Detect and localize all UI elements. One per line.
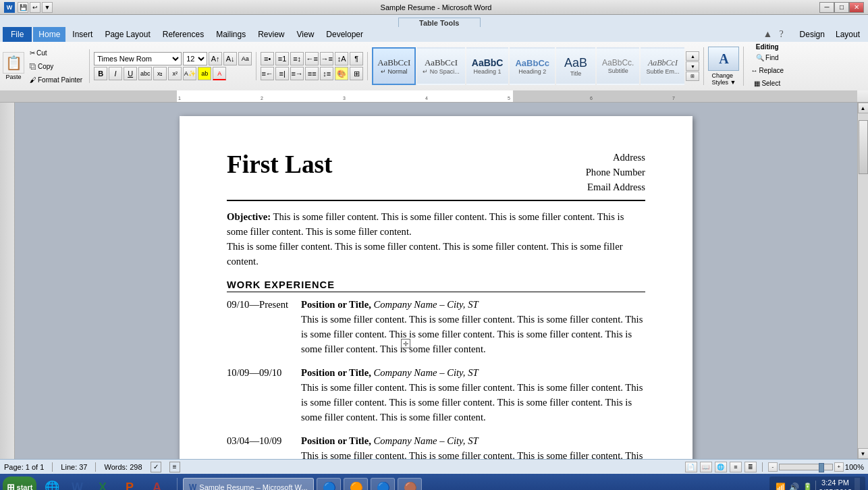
taskbar-app-3[interactable]: 🟠 xyxy=(344,478,368,490)
taskbar-app-4[interactable]: 🔵 xyxy=(371,478,395,490)
volume-icon[interactable]: 🔊 xyxy=(788,482,799,490)
select-btn[interactable]: ▦Select xyxy=(751,77,783,89)
strikethrough-btn[interactable]: abc xyxy=(138,67,152,80)
font-family-select[interactable]: Times New Rom xyxy=(94,52,182,65)
show-formatting-btn[interactable]: ¶ xyxy=(350,52,363,65)
multilevel-btn[interactable]: ≡↕ xyxy=(290,52,304,65)
decrease-indent-btn[interactable]: ←≡ xyxy=(305,52,319,65)
align-center-btn[interactable]: ≡| xyxy=(275,67,289,80)
scroll-track[interactable] xyxy=(858,113,868,448)
font-row-1: Times New Rom 12 A↑ A↓ Aa xyxy=(94,52,252,65)
subscript-btn[interactable]: x₂ xyxy=(153,67,167,80)
minimize-btn[interactable]: ─ xyxy=(819,2,834,13)
scroll-down-btn[interactable]: ▼ xyxy=(858,448,869,459)
sort-btn[interactable]: ↕A xyxy=(335,52,348,65)
taskbar-word-icon[interactable]: W xyxy=(66,478,90,490)
quick-menu-btn[interactable]: ▼ xyxy=(42,2,53,13)
document-area[interactable]: ✛ First Last Address Phone Number Email … xyxy=(15,103,857,459)
style-subtle-em[interactable]: AaBbCcI Subtle Em... xyxy=(641,47,684,85)
scroll-up-btn[interactable]: ▲ xyxy=(858,103,869,113)
show-desktop-btn[interactable] xyxy=(855,478,860,490)
address-line: Address xyxy=(586,150,645,165)
superscript-btn[interactable]: x² xyxy=(168,67,182,80)
proofing-btn[interactable]: ✓ xyxy=(151,462,161,472)
format-painter-btn[interactable]: 🖌Format Painter xyxy=(27,74,85,86)
bullets-btn[interactable]: ≡• xyxy=(261,52,274,65)
borders-btn[interactable]: ⊞ xyxy=(350,67,363,80)
insert-menu[interactable]: Insert xyxy=(67,27,98,42)
change-styles-label[interactable]: ChangeStyles ▼ xyxy=(711,72,736,86)
highlight-btn[interactable]: ab xyxy=(198,67,211,80)
work-entry-1: 09/10—Present Position or Title, Company… xyxy=(227,299,645,356)
style-heading2[interactable]: AaBbCc Heading 2 xyxy=(510,47,555,85)
taskbar-word-window[interactable]: W Sample Resume – Microsoft W... xyxy=(183,478,314,490)
maximize-btn[interactable]: □ xyxy=(834,2,849,13)
align-left-btn[interactable]: ≡← xyxy=(261,67,274,80)
style-normal[interactable]: AaBbCcI ↵ Normal xyxy=(372,47,416,85)
numbering-btn[interactable]: ≡1 xyxy=(275,52,289,65)
styles-up-btn[interactable]: ▲ xyxy=(686,51,699,61)
draft-btn[interactable]: ≣ xyxy=(744,462,757,472)
quick-undo-btn[interactable]: ↩ xyxy=(30,2,40,13)
justify-btn[interactable]: ≡≡ xyxy=(305,67,319,80)
file-menu[interactable]: File xyxy=(3,27,32,42)
zoom-thumb[interactable] xyxy=(819,463,824,472)
line-spacing-btn[interactable]: ↕≡ xyxy=(320,67,333,80)
styles-more-btn[interactable]: ⊞ xyxy=(686,72,699,81)
start-button[interactable]: ⊞ start xyxy=(3,477,36,490)
close-btn[interactable]: ✕ xyxy=(849,2,864,13)
full-reading-btn[interactable]: 📖 xyxy=(700,462,712,472)
design-tab[interactable]: Design xyxy=(794,28,830,40)
clear-formatting-btn[interactable]: Aa xyxy=(238,52,252,65)
font-color-btn[interactable]: A xyxy=(213,67,226,80)
style-title[interactable]: AaB Title xyxy=(556,47,595,85)
scroll-thumb[interactable] xyxy=(859,120,868,174)
shading-btn[interactable]: 🎨 xyxy=(335,67,348,80)
align-right-btn[interactable]: ≡→ xyxy=(290,67,304,80)
review-menu[interactable]: Review xyxy=(252,27,290,42)
home-menu[interactable]: Home xyxy=(33,27,65,42)
quick-save-btn[interactable]: 💾 xyxy=(18,2,28,13)
page-layout-menu[interactable]: Page Layout xyxy=(99,27,155,42)
text-effects-btn[interactable]: A✨ xyxy=(183,67,196,80)
taskbar-excel-icon[interactable]: X xyxy=(93,478,117,490)
italic-btn[interactable]: I xyxy=(109,67,122,80)
taskbar-access-icon[interactable]: A xyxy=(147,478,171,490)
font-size-select[interactable]: 12 xyxy=(183,52,207,65)
style-heading1[interactable]: AaBbC Heading 1 xyxy=(466,47,509,85)
web-layout-btn[interactable]: 🌐 xyxy=(715,462,727,472)
replace-btn[interactable]: ↔Replace xyxy=(748,64,786,76)
cut-btn[interactable]: ✂Cut xyxy=(27,47,85,59)
zoom-out-btn[interactable]: - xyxy=(768,462,778,472)
view-menu[interactable]: View xyxy=(292,27,320,42)
references-menu[interactable]: References xyxy=(157,27,209,42)
copy-btn[interactable]: ⿻Copy xyxy=(27,60,85,72)
taskbar-ppt-icon[interactable]: P xyxy=(120,478,144,490)
print-layout-btn[interactable]: 📄 xyxy=(685,462,697,472)
table-move-handle[interactable]: ✛ xyxy=(401,339,410,348)
find-btn[interactable]: 🔍Find xyxy=(753,51,781,63)
taskbar-ie-icon[interactable]: 🌐 xyxy=(39,478,63,490)
track-changes-btn[interactable]: ≡ xyxy=(169,462,180,472)
ribbon-collapse-btn[interactable]: ▲ xyxy=(761,29,776,40)
paste-btn[interactable]: 📋 Paste xyxy=(3,52,24,80)
layout-tab[interactable]: Layout xyxy=(830,28,865,40)
bold-btn[interactable]: B xyxy=(94,67,107,80)
increase-indent-btn[interactable]: →≡ xyxy=(320,52,333,65)
font-grow-btn[interactable]: A↑ xyxy=(209,52,222,65)
developer-menu[interactable]: Developer xyxy=(321,27,369,42)
ribbon-help-btn[interactable]: ? xyxy=(776,29,786,40)
vertical-scrollbar[interactable]: ▲ ▼ xyxy=(857,103,868,459)
mailings-menu[interactable]: Mailings xyxy=(211,27,251,42)
font-shrink-btn[interactable]: A↓ xyxy=(223,52,237,65)
styles-down-btn[interactable]: ▼ xyxy=(686,61,699,71)
taskbar-app-2[interactable]: 🔵 xyxy=(317,478,341,490)
taskbar-app-5[interactable]: 🟤 xyxy=(398,478,422,490)
style-no-spacing[interactable]: AaBbCcI ↵ No Spaci... xyxy=(417,47,465,85)
style-subtitle[interactable]: AaBbCc. Subtitle xyxy=(597,47,639,85)
outline-btn[interactable]: ≡ xyxy=(730,462,742,472)
change-styles-btn[interactable]: A xyxy=(708,47,739,71)
zoom-in-btn[interactable]: + xyxy=(834,462,844,472)
underline-btn[interactable]: U xyxy=(124,67,137,80)
zoom-slider[interactable] xyxy=(779,464,833,470)
